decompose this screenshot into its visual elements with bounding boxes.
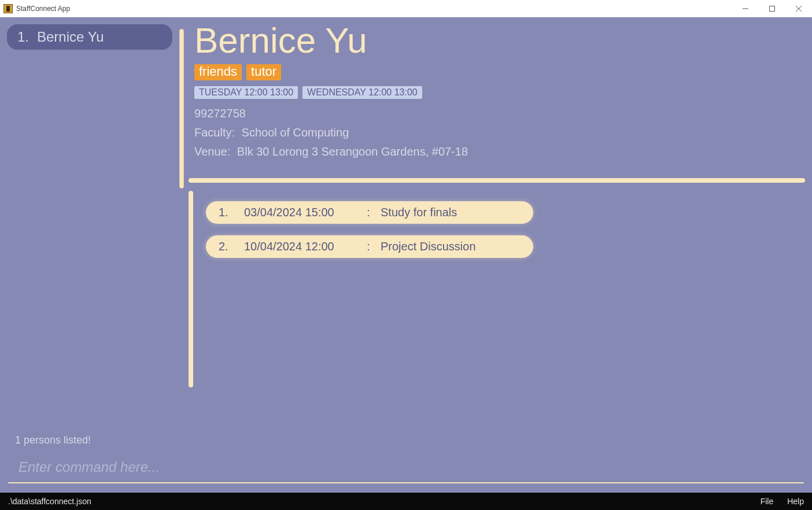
meeting-sep: : [356,240,381,253]
venue-label: Venue: [194,145,230,158]
app-icon [3,4,13,13]
close-button[interactable] [785,0,812,17]
svg-rect-1 [770,6,775,12]
footer-menu: File Help [761,497,804,506]
meeting-date: 03/04/2024 15:00 [244,206,356,219]
maximize-button[interactable] [759,0,785,17]
person-name-label: Bernice Yu [37,29,104,45]
faculty-line: Faculty: School of Computing [194,126,792,139]
meeting-row[interactable]: 1. 03/04/2024 15:00 : Study for finals [206,201,533,224]
maximize-icon [769,6,775,12]
accent-bar-vertical [179,29,184,189]
meeting-desc: Study for finals [381,206,521,219]
meeting-row[interactable]: 2. 10/04/2024 12:00 : Project Discussion [206,235,533,258]
window-title: StaffConnect App [16,5,70,13]
venue-line: Venue: Blk 30 Lorong 3 Serangoon Gardens… [194,145,792,158]
detail-name: Bernice Yu [194,20,792,61]
command-underline [8,482,804,483]
tag-badge: friends [194,64,242,80]
tag-badge: tutor [246,64,281,80]
minimize-icon [743,6,748,12]
menu-help[interactable]: Help [787,497,804,506]
close-icon [796,6,802,12]
minimize-button[interactable] [732,0,759,17]
venue-value: Blk 30 Lorong 3 Serangoon Gardens, #07-1… [237,145,468,158]
meeting-index: 1. [219,206,244,219]
meeting-desc: Project Discussion [381,240,521,253]
app-shell: 1. Bernice Yu Bernice Yu friends tutor T… [0,17,812,510]
meeting-index: 2. [219,240,244,253]
meetings-list: 1. 03/04/2024 15:00 : Study for finals 2… [206,191,798,387]
availability-row: TUESDAY 12:00 13:00 WEDNESDAY 12:00 13:0… [194,86,792,99]
menu-file[interactable]: File [761,497,774,506]
person-list: 1. Bernice Yu [7,23,172,489]
app-body: 1. Bernice Yu Bernice Yu friends tutor T… [0,17,812,493]
faculty-label: Faculty: [194,126,235,139]
tags-row: friends tutor [194,64,792,80]
command-input[interactable] [8,454,804,480]
status-bar: .\data\staffconnect.json File Help [0,493,812,510]
phone-label: 99272758 [194,107,792,120]
meeting-date: 10/04/2024 12:00 [244,240,356,253]
detail-pane: Bernice Yu friends tutor TUESDAY 12:00 1… [189,23,805,489]
detail-header: Bernice Yu friends tutor TUESDAY 12:00 1… [189,23,798,168]
result-display: 1 persons listed! [15,434,91,446]
faculty-value: School of Computing [242,126,349,139]
person-index-label: 1. [17,29,29,45]
availability-badge: WEDNESDAY 12:00 13:00 [302,86,422,99]
title-bar: StaffConnect App [0,0,812,17]
accent-bar-horizontal [189,178,805,183]
availability-badge: TUESDAY 12:00 13:00 [194,86,298,99]
meetings-section: 1. 03/04/2024 15:00 : Study for finals 2… [189,191,798,387]
save-path-label: .\data\staffconnect.json [8,497,91,506]
command-row [8,454,804,480]
window-controls [732,0,812,17]
accent-bar-vertical [189,191,193,387]
person-list-item[interactable]: 1. Bernice Yu [7,24,172,50]
meeting-sep: : [356,206,381,219]
